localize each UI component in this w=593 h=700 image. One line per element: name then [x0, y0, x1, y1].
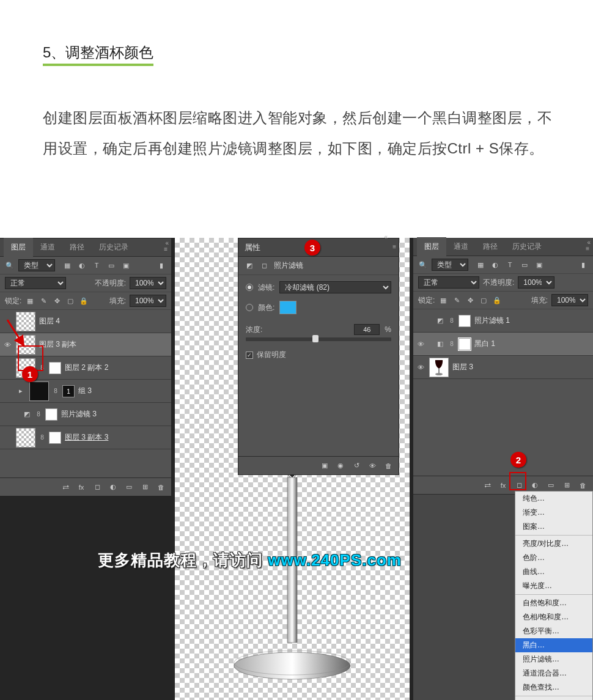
- lock-all-icon[interactable]: 🔒: [492, 295, 502, 305]
- filter-smart-icon[interactable]: ▣: [534, 260, 544, 270]
- mask-thumbnail[interactable]: [459, 315, 471, 327]
- tab-layers[interactable]: 图层: [4, 238, 33, 257]
- toggle-visibility-icon[interactable]: 👁: [368, 462, 377, 470]
- adjustment-layer-icon[interactable]: ◐: [109, 483, 117, 492]
- visibility-icon[interactable]: [416, 316, 425, 326]
- tab-layers[interactable]: 图层: [417, 237, 446, 256]
- tab-history[interactable]: 历史记录: [92, 238, 136, 257]
- menu-item[interactable]: 自然饱和度…: [515, 596, 592, 610]
- layer-item[interactable]: 👁 图层 3: [413, 356, 593, 379]
- lock-position-icon[interactable]: ✥: [52, 296, 62, 306]
- tab-channels[interactable]: 通道: [33, 238, 62, 257]
- layer-name[interactable]: 组 3: [78, 386, 92, 396]
- slider-thumb[interactable]: [312, 335, 319, 342]
- layer-name[interactable]: 图层 3: [452, 362, 473, 372]
- lock-pixels-icon[interactable]: ▦: [438, 295, 448, 305]
- collapse-icon[interactable]: «: [384, 234, 388, 240]
- view-previous-icon[interactable]: ◉: [336, 462, 345, 470]
- layer-item[interactable]: 8 图层 3 副本 3: [0, 426, 171, 449]
- tab-history[interactable]: 历史记录: [505, 237, 549, 256]
- fill-select[interactable]: 100%: [130, 295, 166, 307]
- filter-type-select[interactable]: 类型: [432, 259, 468, 271]
- folder-expand-icon[interactable]: ▸: [16, 386, 26, 396]
- menu-item[interactable]: 通道混合器…: [515, 666, 592, 680]
- layer-thumbnail[interactable]: [16, 428, 35, 448]
- menu-item[interactable]: 色阶…: [515, 551, 592, 565]
- menu-item[interactable]: 照片滤镜…: [515, 652, 592, 666]
- lock-pixels-icon[interactable]: ▦: [25, 296, 35, 306]
- layer-thumbnail[interactable]: [429, 358, 449, 377]
- link-layers-icon[interactable]: ⮂: [61, 483, 70, 492]
- filter-image-icon[interactable]: ▦: [62, 260, 72, 270]
- group-icon[interactable]: ▭: [547, 481, 555, 490]
- layer-name[interactable]: 图层 3 副本: [39, 339, 76, 350]
- filter-shape-icon[interactable]: ▭: [106, 260, 116, 270]
- opacity-select[interactable]: 100%: [518, 276, 554, 289]
- filter-adjust-icon[interactable]: ◐: [77, 260, 87, 270]
- group-thumbnail[interactable]: [29, 381, 49, 401]
- lock-position-icon[interactable]: ✥: [465, 295, 475, 305]
- visibility-icon[interactable]: 👁: [416, 363, 425, 372]
- menu-item[interactable]: 曲线…: [515, 565, 592, 579]
- panel-menu-icon[interactable]: ≡: [392, 243, 396, 250]
- mask-thumbnail[interactable]: [49, 362, 61, 374]
- filter-select[interactable]: 冷却滤镜 (82): [279, 281, 391, 293]
- panel-menu-icon[interactable]: ≡: [586, 245, 589, 252]
- tab-paths[interactable]: 路径: [476, 237, 505, 256]
- checkbox-preserve[interactable]: ✓: [246, 352, 253, 359]
- filter-type-select[interactable]: 类型: [18, 259, 55, 271]
- lock-all-icon[interactable]: 🔒: [79, 296, 89, 306]
- layer-name[interactable]: 图层 3 副本 3: [65, 432, 108, 443]
- mask-icon[interactable]: ◻: [259, 261, 269, 271]
- panel-menu-icon[interactable]: ≡: [164, 246, 168, 252]
- layer-item-selected[interactable]: 👁 ◧ 8 黑白 1: [413, 333, 593, 356]
- menu-item[interactable]: 曝光度…: [515, 579, 592, 593]
- delete-icon[interactable]: 🗑: [384, 462, 392, 470]
- lock-brush-icon[interactable]: ✎: [452, 295, 462, 305]
- menu-item[interactable]: 纯色…: [515, 492, 592, 506]
- layer-item[interactable]: ◩ 8 照片滤镜 3: [0, 403, 171, 426]
- tab-paths[interactable]: 路径: [62, 238, 92, 257]
- filter-text-icon[interactable]: T: [505, 260, 515, 270]
- visibility-icon[interactable]: [2, 363, 12, 373]
- layer-item-group[interactable]: ▸ 8 1 组 3: [0, 380, 171, 403]
- blend-mode-select[interactable]: 正常: [418, 276, 479, 289]
- lock-artboard-icon[interactable]: ▢: [479, 295, 488, 305]
- mask-thumbnail[interactable]: [49, 432, 61, 444]
- link-layers-icon[interactable]: ⮂: [483, 481, 492, 490]
- filter-text-icon[interactable]: T: [92, 260, 101, 270]
- menu-item[interactable]: 亮度/对比度…: [515, 537, 592, 551]
- filter-image-icon[interactable]: ▦: [476, 260, 485, 270]
- visibility-icon[interactable]: [2, 410, 12, 419]
- group-icon[interactable]: ▭: [125, 483, 133, 492]
- fill-select[interactable]: 100%: [551, 294, 588, 306]
- mask-thumbnail[interactable]: 1: [62, 385, 75, 397]
- clip-icon[interactable]: ▣: [320, 462, 329, 470]
- mask-thumbnail[interactable]: [45, 408, 57, 421]
- menu-item-highlighted[interactable]: 黑白…: [515, 638, 592, 652]
- radio-color[interactable]: [246, 304, 253, 311]
- menu-item[interactable]: 反相: [515, 698, 592, 700]
- layer-item[interactable]: ◩ 8 照片滤镜 1: [413, 309, 593, 333]
- visibility-icon[interactable]: [2, 386, 12, 396]
- new-layer-icon[interactable]: ⊞: [141, 483, 149, 492]
- radio-filter[interactable]: [246, 284, 253, 291]
- layer-name[interactable]: 照片滤镜 3: [61, 409, 97, 419]
- lock-brush-icon[interactable]: ✎: [39, 296, 48, 306]
- density-value[interactable]: 46: [354, 324, 380, 335]
- density-slider[interactable]: [246, 337, 391, 341]
- delete-icon[interactable]: 🗑: [157, 483, 165, 492]
- mask-thumbnail[interactable]: [459, 338, 471, 350]
- menu-item[interactable]: 图案…: [515, 520, 592, 534]
- opacity-select[interactable]: 100%: [130, 277, 166, 289]
- layer-name[interactable]: 图层 4: [39, 316, 60, 326]
- mask-icon[interactable]: ◻: [93, 483, 101, 492]
- menu-item[interactable]: 渐变…: [515, 506, 592, 520]
- adjustment-layer-icon[interactable]: ◐: [531, 481, 539, 490]
- fx-icon[interactable]: fx: [77, 483, 86, 492]
- filter-toggle-icon[interactable]: ▮: [578, 260, 588, 270]
- visibility-icon[interactable]: 👁: [416, 339, 425, 349]
- menu-item[interactable]: 色彩平衡…: [515, 624, 592, 638]
- delete-icon[interactable]: 🗑: [578, 481, 587, 490]
- visibility-icon[interactable]: [2, 433, 12, 443]
